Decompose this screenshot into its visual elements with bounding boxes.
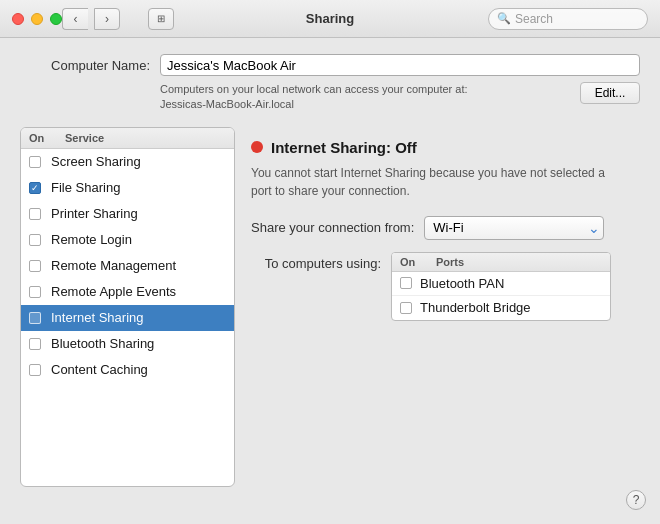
screen-sharing-label: Screen Sharing (51, 154, 141, 169)
local-network-info: Computers on your local network can acce… (160, 82, 572, 113)
port-item-thunderbolt-bridge[interactable]: Thunderbolt Bridge (392, 296, 610, 320)
thunderbolt-bridge-checkbox[interactable] (400, 302, 412, 314)
help-button[interactable]: ? (626, 490, 646, 510)
service-item-file-sharing[interactable]: File Sharing (21, 175, 234, 201)
printer-sharing-checkbox[interactable] (29, 208, 41, 220)
maximize-button[interactable] (50, 13, 62, 25)
remote-management-checkbox[interactable] (29, 260, 41, 272)
share-from-row: Share your connection from: Wi-FiEtherne… (251, 216, 624, 240)
minimize-button[interactable] (31, 13, 43, 25)
file-sharing-label: File Sharing (51, 180, 120, 195)
local-network-row: Computers on your local network can acce… (20, 82, 640, 113)
internet-sharing-label: Internet Sharing (51, 310, 144, 325)
remote-apple-events-checkbox[interactable] (29, 286, 41, 298)
remote-login-label: Remote Login (51, 232, 132, 247)
service-item-printer-sharing[interactable]: Printer Sharing (21, 201, 234, 227)
detail-panel: Internet Sharing: Off You cannot start I… (235, 127, 640, 487)
computer-name-label: Computer Name: (20, 58, 150, 73)
back-button[interactable]: ‹ (62, 8, 88, 30)
col-service-header: Service (65, 132, 226, 144)
remote-apple-events-label: Remote Apple Events (51, 284, 176, 299)
bluetooth-sharing-label: Bluetooth Sharing (51, 336, 154, 351)
remote-login-checkbox[interactable] (29, 234, 41, 246)
titlebar: ‹ › ⊞ Sharing 🔍 Search (0, 0, 660, 38)
search-box[interactable]: 🔍 Search (488, 8, 648, 30)
file-sharing-checkbox[interactable] (29, 182, 41, 194)
edit-button[interactable]: Edit... (580, 82, 640, 104)
status-dot (251, 141, 263, 153)
ports-col-on-header: On (400, 256, 436, 268)
nav-buttons: ‹ › (62, 8, 120, 30)
bluetooth-sharing-checkbox[interactable] (29, 338, 41, 350)
service-item-content-caching[interactable]: Content Caching (21, 357, 234, 383)
internet-sharing-checkbox[interactable] (29, 312, 41, 324)
thunderbolt-bridge-label: Thunderbolt Bridge (420, 300, 531, 315)
content-caching-label: Content Caching (51, 362, 148, 377)
service-item-bluetooth-sharing[interactable]: Bluetooth Sharing (21, 331, 234, 357)
sharing-title: Internet Sharing: Off (271, 139, 417, 156)
window-controls (12, 13, 62, 25)
internet-sharing-header: Internet Sharing: Off (251, 139, 624, 156)
ports-col-name-header: Ports (436, 256, 602, 268)
ports-table: On Ports Bluetooth PAN Thunderbolt Bridg… (391, 252, 611, 321)
computer-name-input[interactable] (160, 54, 640, 76)
services-header: On Service (21, 128, 234, 149)
service-item-remote-apple-events[interactable]: Remote Apple Events (21, 279, 234, 305)
computer-name-row: Computer Name: (20, 54, 640, 76)
bluetooth-pan-label: Bluetooth PAN (420, 276, 504, 291)
forward-button[interactable]: › (94, 8, 120, 30)
bluetooth-pan-checkbox[interactable] (400, 277, 412, 289)
share-from-select[interactable]: Wi-FiEthernetThunderbolt Bridge (424, 216, 604, 240)
service-item-remote-login[interactable]: Remote Login (21, 227, 234, 253)
apps-button[interactable]: ⊞ (148, 8, 174, 30)
sharing-description: You cannot start Internet Sharing becaus… (251, 164, 624, 200)
port-item-bluetooth-pan[interactable]: Bluetooth PAN (392, 272, 610, 296)
service-item-screen-sharing[interactable]: Screen Sharing (21, 149, 234, 175)
remote-management-label: Remote Management (51, 258, 176, 273)
services-panel: On Service Screen Sharing File Sharing P… (20, 127, 235, 487)
ports-header: On Ports (392, 253, 610, 272)
screen-sharing-checkbox[interactable] (29, 156, 41, 168)
main-content: Computer Name: Computers on your local n… (0, 38, 660, 503)
service-item-remote-management[interactable]: Remote Management (21, 253, 234, 279)
service-item-internet-sharing[interactable]: Internet Sharing (21, 305, 234, 331)
col-on-header: On (29, 132, 65, 144)
share-from-label: Share your connection from: (251, 220, 414, 235)
bottom-section: On Service Screen Sharing File Sharing P… (20, 127, 640, 487)
search-icon: 🔍 (497, 12, 511, 25)
printer-sharing-label: Printer Sharing (51, 206, 138, 221)
content-caching-checkbox[interactable] (29, 364, 41, 376)
window-title: Sharing (306, 11, 354, 26)
search-placeholder: Search (515, 12, 553, 26)
share-from-wrapper: Wi-FiEthernetThunderbolt Bridge ⌄ (424, 216, 604, 240)
to-computers-row: To computers using: On Ports Bluetooth P… (251, 252, 624, 321)
close-button[interactable] (12, 13, 24, 25)
to-computers-label: To computers using: (251, 252, 381, 271)
